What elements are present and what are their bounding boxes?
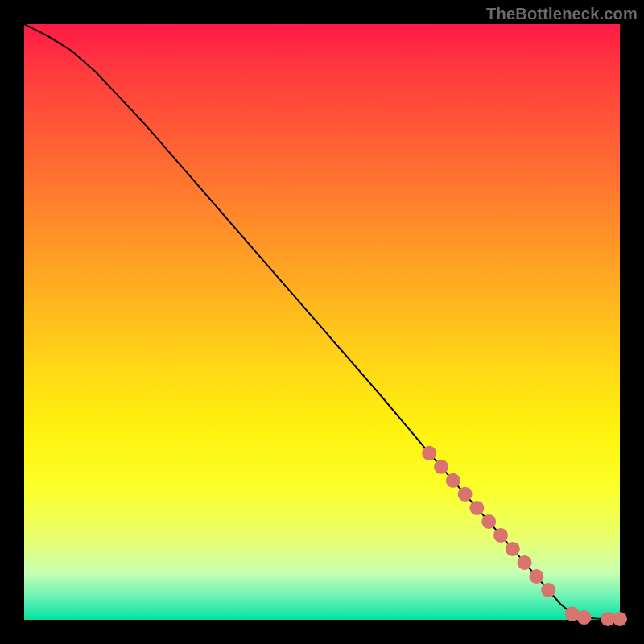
highlight-dot xyxy=(446,473,460,488)
highlight-dot xyxy=(422,446,436,460)
highlight-dot xyxy=(529,569,543,584)
highlight-dot xyxy=(469,501,484,515)
highlight-dot xyxy=(458,487,473,502)
highlight-dot xyxy=(506,542,520,556)
highlight-dot xyxy=(434,460,448,474)
highlight-dot xyxy=(481,514,496,529)
chart-svg xyxy=(24,24,620,620)
watermark-text: TheBottleneck.com xyxy=(486,5,638,23)
highlight-dots xyxy=(422,446,627,626)
highlight-dot xyxy=(518,555,532,570)
curve-line xyxy=(24,24,620,619)
highlight-dot xyxy=(613,612,627,626)
chart-frame: TheBottleneck.com xyxy=(0,0,644,644)
highlight-dot xyxy=(541,583,555,597)
highlight-dot xyxy=(493,528,508,543)
highlight-dot xyxy=(577,610,592,625)
plot-area xyxy=(24,24,620,620)
